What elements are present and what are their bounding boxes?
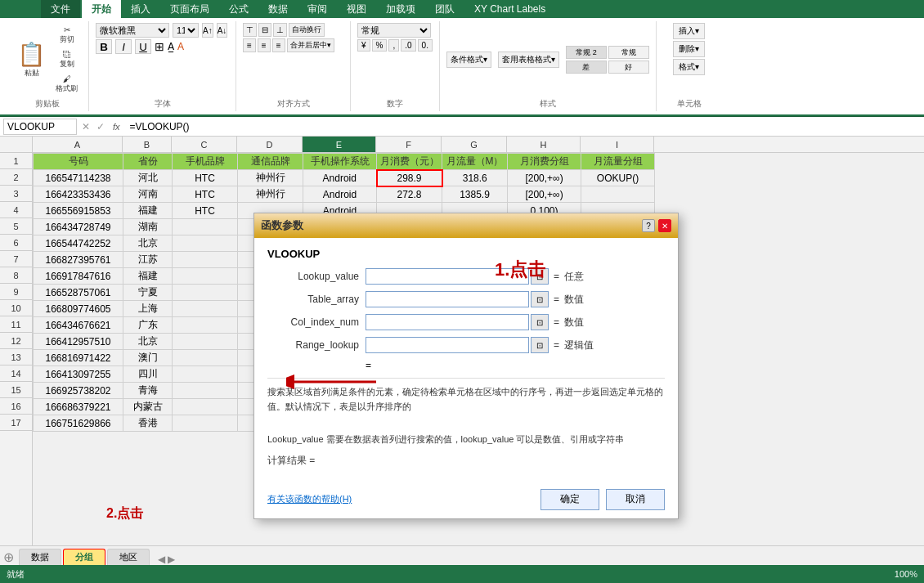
range-lookup-result: 逻辑值 bbox=[564, 339, 594, 352]
dialog-field-col-index: Col_index_num ⊡ = 数值 bbox=[267, 314, 665, 330]
dialog-func-name: VLOOKUP bbox=[267, 248, 665, 260]
col-index-refbtn[interactable]: ⊡ bbox=[531, 314, 549, 330]
table-array-equals: = bbox=[549, 294, 564, 305]
dialog-cancel-button[interactable]: 取消 bbox=[606, 489, 665, 510]
dialog-title: 函数参数 bbox=[261, 218, 303, 233]
dialog-description: 搜索某区域首列满足条件的元素，确定待检索单元格在区域中的行序号，再进一步返回选定… bbox=[267, 385, 665, 426]
dialog-calc-result: 计算结果 = bbox=[267, 454, 665, 468]
table-array-result: 数值 bbox=[564, 293, 584, 307]
range-lookup-label: Range_lookup bbox=[267, 339, 366, 351]
lookup-value-equals: = bbox=[549, 271, 564, 282]
dialog-title-bar: 函数参数 ? ✕ bbox=[254, 213, 678, 238]
lookup-value-label: Lookup_value bbox=[267, 271, 366, 282]
col-index-result: 数值 bbox=[564, 316, 584, 330]
table-array-label: Table_array bbox=[267, 294, 366, 305]
function-arguments-dialog: 函数参数 ? ✕ VLOOKUP Lookup_value ⊡ = 任意 bbox=[253, 213, 679, 519]
dialog-field-lookup-value: Lookup_value ⊡ = 任意 bbox=[267, 268, 665, 285]
table-array-refbtn[interactable]: ⊡ bbox=[531, 291, 549, 307]
col-index-label: Col_index_num bbox=[267, 316, 366, 328]
dialog-description2: Lookup_value 需要在数据表首列进行搜索的值，lookup_value… bbox=[267, 433, 665, 447]
dialog-body: VLOOKUP Lookup_value ⊡ = 任意 Table_array … bbox=[254, 238, 678, 484]
dialog-action-buttons: 确定 取消 bbox=[540, 489, 665, 510]
dialog-ok-button[interactable]: 确定 bbox=[540, 489, 599, 510]
lookup-value-input[interactable] bbox=[366, 268, 529, 285]
dialog-help-link[interactable]: 有关该函数的帮助(H) bbox=[267, 493, 352, 505]
dialog-equals-symbol: = bbox=[366, 360, 371, 371]
dialog-separator bbox=[267, 378, 665, 379]
dialog-field-range-lookup: Range_lookup ⊡ = 逻辑值 bbox=[267, 337, 665, 353]
table-array-input[interactable] bbox=[366, 291, 529, 307]
col-index-equals: = bbox=[549, 316, 564, 328]
dialog-close-button[interactable]: ✕ bbox=[658, 219, 671, 232]
range-lookup-input[interactable] bbox=[366, 337, 529, 353]
lookup-value-refbtn[interactable]: ⊡ bbox=[531, 268, 549, 285]
dialog-equals-row: = bbox=[366, 360, 665, 371]
dialog-footer: 有关该函数的帮助(H) 确定 取消 bbox=[254, 484, 678, 518]
dialog-field-table-array: Table_array ⊡ = 数值 bbox=[267, 291, 665, 307]
dialog-controls: ? ✕ bbox=[642, 219, 671, 232]
lookup-value-result: 任意 bbox=[564, 270, 584, 284]
range-lookup-refbtn[interactable]: ⊡ bbox=[531, 337, 549, 353]
dialog-overlay: 函数参数 ? ✕ VLOOKUP Lookup_value ⊡ = 任意 bbox=[0, 137, 924, 545]
col-index-input[interactable] bbox=[366, 314, 529, 330]
range-lookup-equals: = bbox=[549, 339, 564, 351]
dialog-question-button[interactable]: ? bbox=[642, 219, 655, 232]
